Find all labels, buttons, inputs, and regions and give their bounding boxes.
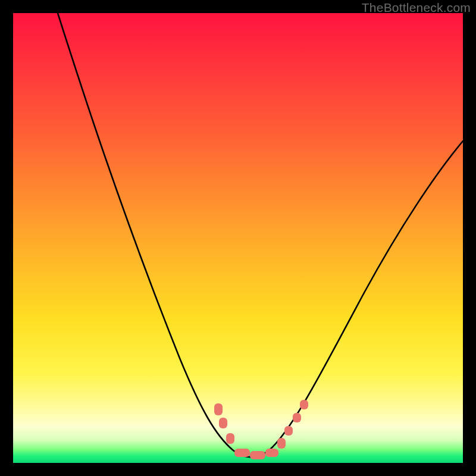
marker-dot — [265, 449, 278, 457]
curve-path — [58, 13, 463, 457]
marker-dot — [234, 449, 250, 457]
marker-group — [214, 400, 308, 459]
marker-dot — [300, 400, 308, 409]
marker-dot — [214, 403, 223, 415]
marker-dot — [293, 413, 301, 422]
marker-dot — [277, 438, 286, 449]
plot-area — [13, 13, 463, 463]
marker-dot — [219, 418, 227, 428]
marker-dot — [284, 426, 293, 436]
bottleneck-curve — [13, 13, 463, 463]
marker-dot — [250, 451, 265, 459]
watermark-text: TheBottleneck.com — [362, 1, 471, 15]
marker-dot — [226, 433, 234, 444]
chart-frame: TheBottleneck.com — [0, 0, 476, 476]
